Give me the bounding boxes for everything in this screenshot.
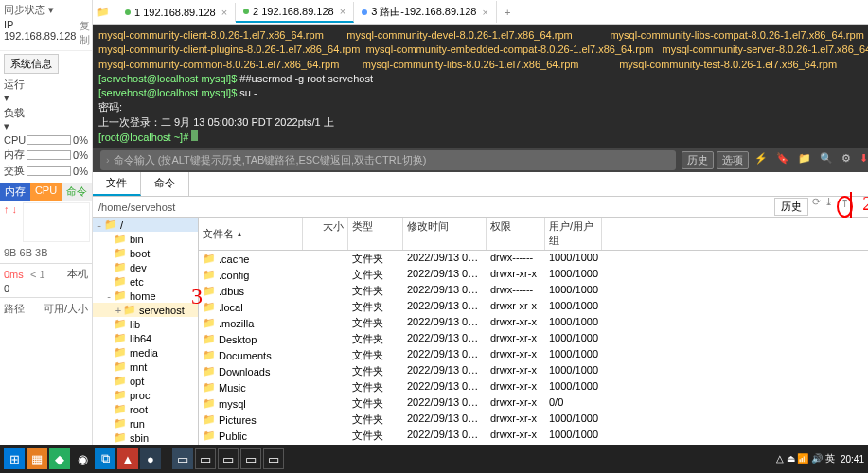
file-list[interactable]: 文件名▲ 大小 类型 修改时间 权限 用户/用户组 📁.cache文件夹2022… [199, 218, 868, 445]
tree-item[interactable]: 📁root [93, 402, 198, 416]
path-bar: /home/servehost 历史 ⟳ ⤓ ⤒ 2 、 [93, 197, 868, 218]
tag-icon[interactable]: 🔖 [773, 151, 792, 169]
file-tab[interactable]: 文件 [93, 172, 141, 196]
file-row[interactable]: 📁.cache文件夹2022/09/13 08:29drwx------1000… [199, 251, 868, 267]
gear-icon[interactable]: ⚙ [839, 151, 854, 169]
chrome-icon[interactable]: ◉ [72, 448, 93, 469]
path-col[interactable]: 路径 [4, 302, 25, 316]
tree-item[interactable]: 📁etc [93, 274, 198, 289]
col-name[interactable]: 文件名 [203, 227, 234, 241]
download-icon[interactable]: ⬇ [857, 151, 868, 169]
tree-item[interactable]: 📁bin [93, 232, 198, 246]
file-row[interactable]: 📁Downloads文件夹2022/09/13 07:53drwxr-xr-x1… [199, 363, 868, 379]
file-row[interactable]: 📁Templates文件夹2022/09/13 07:53drwxr-xr-x1… [199, 444, 868, 445]
download-icon[interactable]: ⤓ [824, 196, 833, 218]
refresh-icon[interactable]: ⟳ [812, 196, 821, 218]
history-button[interactable]: 历史 [774, 198, 808, 216]
col-user[interactable]: 用户/用户组 [545, 218, 602, 250]
file-row[interactable]: 📁mysql文件夹2022/09/13 08:53drwxr-xr-x0/0 [199, 395, 868, 412]
cpu-pct: 0% [73, 134, 88, 146]
tree-item[interactable]: 📁dev [93, 260, 198, 274]
taskbar-app[interactable]: ▭ [195, 448, 216, 469]
options-button[interactable]: 选项 [717, 151, 749, 169]
tab-cmd[interactable]: 命令 [62, 183, 92, 201]
file-row[interactable]: 📁Public文件夹2022/09/13 07:53drwxr-xr-x1000… [199, 428, 868, 444]
command-placeholder: 命令输入 (按ALT键提示历史,TAB键路径,ESC键返回,双击CTRL切换) [114, 153, 427, 167]
size-col[interactable]: 可用/大小 [44, 302, 88, 316]
cmd-tab[interactable]: 命令 [141, 172, 189, 196]
file-row[interactable]: 📁Documents文件夹2022/09/13 07:53drwxr-xr-x1… [199, 347, 868, 363]
file-list-header: 文件名▲ 大小 类型 修改时间 权限 用户/用户组 [199, 218, 868, 251]
path-input[interactable]: /home/servehost [98, 201, 774, 213]
taskbar[interactable]: ⊞ ▦ ◆ ◉ ⧉ ▲ ● ▭ ▭ ▭ ▭ ▭ △ ⏏ 📶 🔊 英 20:41 [0, 445, 868, 473]
start-button[interactable]: ⊞ [4, 448, 25, 469]
clock[interactable]: 20:41 [841, 454, 864, 464]
tab-3[interactable]: 3 路由-192.168.89.128× [354, 1, 497, 23]
run-label[interactable]: 运行 ▾ [4, 78, 27, 104]
tab-2-label: 2 192.168.89.128 [253, 6, 334, 17]
close-icon[interactable]: × [221, 7, 227, 18]
file-row[interactable]: 📁.config文件夹2022/09/13 07:53drwxr-xr-x100… [199, 267, 868, 283]
sync-status[interactable]: 同步状态 ▾ [4, 3, 88, 17]
tab-2[interactable]: 2 192.168.89.128× [236, 2, 354, 23]
taskbar-app[interactable]: ▭ [218, 448, 239, 469]
file-row[interactable]: 📁Music文件夹2022/09/13 07:53drwxr-xr-x1000/… [199, 379, 868, 395]
tree-item[interactable]: 📁mnt [93, 359, 198, 374]
folder-tree[interactable]: -📁/📁bin📁boot📁dev📁etc-📁home+📁servehost📁li… [93, 218, 199, 445]
swap-pct: 0% [73, 166, 88, 177]
taskbar-app[interactable]: ▭ [263, 448, 284, 469]
folder-icon[interactable]: 📁 [97, 6, 112, 19]
file-row[interactable]: 📁.local文件夹2022/09/13 07:53drwxr-xr-x1000… [199, 299, 868, 315]
mem-pct: 0% [73, 149, 88, 161]
tree-item[interactable]: 📁opt [93, 374, 198, 388]
tree-item[interactable]: 📁run [93, 416, 198, 430]
terminal[interactable]: mysql-community-client-8.0.26-1.el7.x86_… [93, 25, 868, 148]
close-icon[interactable]: × [340, 6, 345, 17]
taskbar-app[interactable]: ▭ [172, 448, 193, 469]
tree-item[interactable]: 📁proc [93, 388, 198, 402]
tree-item[interactable]: 📁boot [93, 246, 198, 260]
tree-item[interactable]: 📁media [93, 345, 198, 359]
file-row[interactable]: 📁.dbus文件夹2022/09/13 07:53drwx------1000/… [199, 283, 868, 299]
close-icon[interactable]: × [482, 7, 487, 18]
taskbar-app[interactable]: ◆ [49, 448, 70, 469]
search-icon[interactable]: 🔍 [817, 151, 836, 169]
history-button[interactable]: 历史 [682, 151, 714, 169]
tree-item[interactable]: 📁lib64 [93, 331, 198, 345]
left-panel: 同步状态 ▾ IP 192.168.89.128复制 系统信息 运行 ▾ 负载 … [0, 0, 93, 445]
load-label[interactable]: 负载 ▾ [4, 106, 27, 132]
tree-item[interactable]: -📁home [93, 289, 198, 303]
net-chart [23, 202, 90, 242]
tray-icons[interactable]: △ ⏏ 📶 🔊 英 [776, 452, 835, 465]
vscode-icon[interactable]: ⧉ [95, 448, 115, 469]
file-row[interactable]: 📁Desktop文件夹2022/09/13 07:53drwxr-xr-x100… [199, 331, 868, 347]
tree-item[interactable]: -📁/ [93, 218, 198, 232]
status-dot-icon [125, 9, 131, 15]
file-row[interactable]: 📁Pictures文件夹2022/09/13 07:53drwxr-xr-x10… [199, 412, 868, 428]
bolt-icon[interactable]: ⚡ [752, 151, 771, 169]
add-tab-button[interactable]: + [497, 3, 518, 22]
taskbar-app[interactable]: ▲ [117, 448, 138, 469]
sysinfo-button[interactable]: 系统信息 [4, 54, 59, 74]
command-input[interactable]: ›命令输入 (按ALT键提示历史,TAB键路径,ESC键返回,双击CTRL切换) [100, 150, 676, 170]
copy-link[interactable]: 复制 [80, 19, 90, 47]
col-size[interactable]: 大小 [303, 218, 348, 250]
tab-mem[interactable]: 内存 [0, 183, 30, 201]
tree-item[interactable]: +📁servehost [93, 303, 198, 317]
taskbar-app[interactable]: ▦ [27, 448, 47, 469]
folder-icon[interactable]: 📁 [795, 151, 814, 169]
file-row[interactable]: 📁.mozilla文件夹2022/09/13 07:53drwxr-xr-x10… [199, 315, 868, 331]
ip-text: IP 192.168.89.128 [4, 19, 76, 47]
tab-cpu[interactable]: CPU [30, 183, 61, 201]
taskbar-app[interactable]: ● [140, 448, 161, 469]
tab-1[interactable]: 1 192.168.89.128× [117, 3, 236, 22]
host-label: 本机 [67, 267, 88, 281]
col-time[interactable]: 修改时间 [403, 218, 487, 250]
taskbar-app[interactable]: ▭ [240, 448, 261, 469]
tree-item[interactable]: 📁lib [93, 317, 198, 331]
annotation-line [850, 192, 852, 220]
col-type[interactable]: 类型 [348, 218, 403, 250]
col-perm[interactable]: 权限 [487, 218, 545, 250]
lat-val: 0 [4, 283, 27, 294]
tree-item[interactable]: 📁sbin [93, 430, 198, 445]
